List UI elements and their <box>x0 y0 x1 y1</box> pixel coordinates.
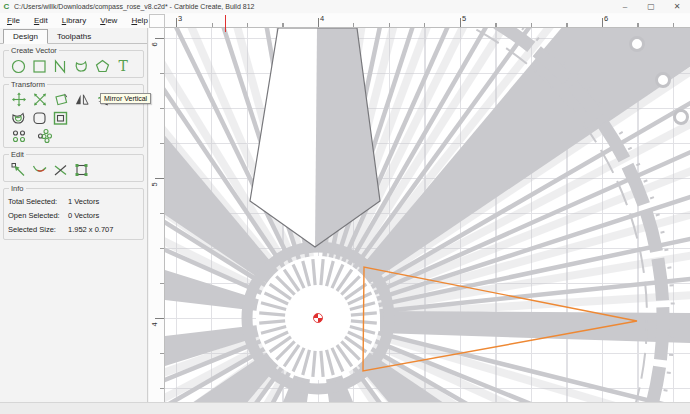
tab-toolpaths[interactable]: Toolpaths <box>48 30 100 43</box>
ruler-label: 4 <box>320 14 324 23</box>
curve-tool-icon[interactable] <box>71 57 92 74</box>
close-button[interactable]: ✕ <box>664 0 690 13</box>
create-vector-group: Create Vector T <box>3 50 144 78</box>
node-edit-tool-icon[interactable] <box>8 161 29 178</box>
move-tool-icon[interactable] <box>8 91 29 108</box>
edit-group: Edit <box>3 154 144 182</box>
maximize-button[interactable]: ▢ <box>638 0 664 13</box>
info-row-selected-size: Selected Size: 1.952 x 0.707 <box>8 223 141 237</box>
cursor-position-tick <box>225 28 226 32</box>
info-row-open-selected: Open Selected: 0 Vectors <box>8 209 141 223</box>
polygon-tool-icon[interactable] <box>92 57 113 74</box>
tab-design[interactable]: Design <box>3 29 48 44</box>
ruler-label: 5 <box>150 181 159 189</box>
polyline-tool-icon[interactable] <box>50 57 71 74</box>
text-tool-icon[interactable]: T <box>113 57 134 74</box>
boolean-tool-icon[interactable] <box>71 161 92 178</box>
app-icon: C <box>2 2 11 11</box>
status-bar <box>0 402 690 414</box>
sidebar: Design Toolpaths Create Vector T <box>0 28 148 402</box>
info-label: Selected Size: <box>8 223 68 237</box>
info-value: 1.952 x 0.707 <box>68 223 113 237</box>
trim-vectors-tool-icon[interactable] <box>29 161 50 178</box>
round-corners-tool-icon[interactable] <box>29 109 50 126</box>
origin-marker <box>314 314 323 323</box>
north-point-vector <box>250 28 380 247</box>
info-value: 0 Vectors <box>68 209 99 223</box>
info-label: Open Selected: <box>8 209 68 223</box>
menu-edit[interactable]: Edit <box>27 14 55 27</box>
tab-bar: Design Toolpaths <box>0 28 147 44</box>
window-title: C:/Users/willk/Downloads/compass_rose_v8… <box>14 3 254 10</box>
align-tool-icon[interactable] <box>50 109 71 126</box>
rotate-tool-icon[interactable] <box>50 91 71 108</box>
info-group: Info Total Selected: 1 Vectors Open Sele… <box>3 188 144 240</box>
ruler-label: 3 <box>178 14 182 23</box>
create-vector-title: Create Vector <box>9 47 59 55</box>
ruler-corner <box>149 14 165 28</box>
rectangle-tool-icon[interactable] <box>29 57 50 74</box>
svg-text:T: T <box>119 58 129 74</box>
carbide-create-window: C C:/Users/willk/Downloads/compass_rose_… <box>0 0 690 414</box>
design-canvas[interactable] <box>165 28 690 402</box>
transform-title: Transform <box>9 81 47 89</box>
menu-library[interactable]: Library <box>55 14 93 27</box>
ruler-horizontal: 3 4 5 6 <box>165 14 690 28</box>
info-value: 1 Vectors <box>68 195 99 209</box>
info-row-total-selected: Total Selected: 1 Vectors <box>8 195 141 209</box>
menu-view[interactable]: View <box>93 14 124 27</box>
menu-file[interactable]: File <box>0 14 27 27</box>
linear-array-tool-icon[interactable] <box>8 127 32 144</box>
ruler-label: 6 <box>150 41 159 49</box>
edit-title: Edit <box>9 151 26 159</box>
tooltip-mirror-vertical: Mirror Vertical <box>100 93 151 104</box>
join-vectors-tool-icon[interactable] <box>50 161 71 178</box>
mirror-horizontal-tool-icon[interactable] <box>71 91 92 108</box>
ruler-vertical: 6 5 4 <box>149 28 165 402</box>
minimize-button[interactable]: – <box>612 0 638 13</box>
info-title: Info <box>9 185 26 193</box>
ruler-label: 5 <box>462 14 466 23</box>
scale-tool-icon[interactable] <box>29 91 50 108</box>
circle-tool-icon[interactable] <box>8 57 29 74</box>
cursor-position-marker <box>225 15 226 28</box>
title-bar: C C:/Users/willk/Downloads/compass_rose_… <box>0 0 690 13</box>
compass-artwork <box>165 28 690 402</box>
offset-tool-icon[interactable] <box>8 109 29 126</box>
info-label: Total Selected: <box>8 195 68 209</box>
ruler-label: 6 <box>604 14 608 23</box>
ruler-label: 4 <box>150 321 159 329</box>
circular-array-tool-icon[interactable] <box>32 127 56 144</box>
